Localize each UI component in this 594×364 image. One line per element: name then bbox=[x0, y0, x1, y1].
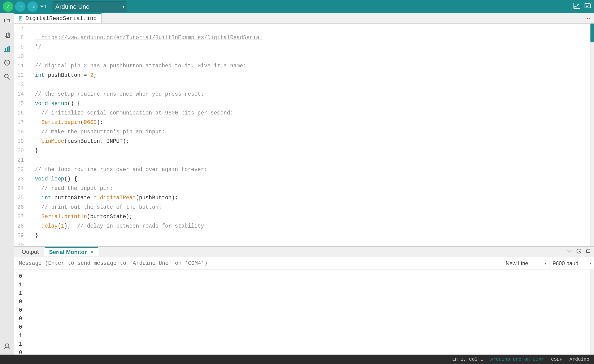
token-builtin: digitalRead bbox=[100, 193, 136, 203]
code-content[interactable]: https://www.arduino.cc/en/Tutorial/Built… bbox=[29, 24, 590, 246]
panel-clock-button[interactable] bbox=[576, 248, 582, 255]
serial-message-input[interactable] bbox=[14, 257, 502, 270]
token-plain: (pushButton); bbox=[136, 193, 178, 203]
line-number: 21 bbox=[14, 155, 26, 165]
tab-output[interactable]: Output bbox=[17, 248, 43, 256]
content-area: DigitalReadSerial.ino ··· 78910111213141… bbox=[14, 13, 594, 355]
code-line[interactable]: // print out the state of the button: bbox=[35, 203, 585, 212]
code-line[interactable]: https://www.arduino.cc/en/Tutorial/Built… bbox=[35, 33, 585, 42]
token-plain: (pushButton, INPUT); bbox=[64, 137, 129, 146]
token-plain bbox=[35, 118, 41, 127]
token-plain: ( bbox=[58, 221, 61, 231]
baud-select[interactable]: 300 baud1200 baud2400 baud4800 baud9600 … bbox=[549, 257, 594, 270]
token-comment: // print out the state of the button: bbox=[35, 203, 162, 212]
code-line[interactable]: void loop() { bbox=[35, 174, 585, 184]
code-line[interactable] bbox=[35, 52, 585, 61]
code-line[interactable]: } bbox=[35, 146, 585, 155]
code-line[interactable] bbox=[35, 155, 585, 165]
code-line[interactable] bbox=[35, 80, 585, 90]
serial-line: 0 bbox=[19, 323, 586, 331]
serial-line: 1 bbox=[19, 281, 586, 289]
debug-button[interactable]: ⇒ bbox=[27, 1, 38, 12]
plotter-button[interactable] bbox=[573, 2, 580, 11]
svg-point-18 bbox=[5, 344, 9, 347]
token-function: loop bbox=[51, 174, 64, 184]
file-tab-digitalreadserial[interactable]: DigitalReadSerial.ino bbox=[14, 13, 101, 23]
baud-select-wrap: 300 baud1200 baud2400 baud4800 baud9600 … bbox=[549, 257, 594, 270]
toolbar-right bbox=[573, 2, 591, 11]
editor-scrollbar[interactable] bbox=[590, 24, 594, 246]
line-number: 26 bbox=[14, 203, 26, 212]
status-bar: Ln 1, Col 1 Arduino Uno on COM4 CSDP Ard… bbox=[0, 355, 594, 364]
line-number: 10 bbox=[14, 52, 26, 61]
sidebar-item-block[interactable] bbox=[2, 58, 12, 67]
code-line[interactable]: delay(1); // delay in between reads for … bbox=[35, 221, 585, 231]
token-builtin: delay bbox=[41, 221, 58, 231]
token-plain: ); bbox=[97, 118, 103, 127]
serial-monitor-close[interactable]: ✕ bbox=[90, 250, 94, 255]
sidebar-item-files[interactable] bbox=[2, 30, 12, 39]
token-keyword: void bbox=[35, 99, 48, 108]
new-line-select[interactable]: No line endingNewlineCarriage returnNew … bbox=[502, 257, 549, 270]
code-line[interactable]: */ bbox=[35, 42, 585, 52]
code-line[interactable]: Serial.println(buttonState); bbox=[35, 212, 585, 221]
token-builtin: Serial.println bbox=[41, 212, 87, 221]
code-line[interactable] bbox=[35, 24, 585, 33]
bottom-tab-icons bbox=[567, 248, 591, 255]
code-editor[interactable]: 7891011121314151617181920212223242526272… bbox=[14, 24, 594, 246]
code-line[interactable]: // read the input pin: bbox=[35, 184, 585, 193]
panel-collapse-button[interactable] bbox=[567, 248, 572, 255]
code-line[interactable]: int pushButton = 2; bbox=[35, 71, 585, 80]
svg-rect-12 bbox=[8, 46, 10, 51]
sidebar-item-folder[interactable] bbox=[2, 16, 12, 25]
status-board: Arduino Uno on COM4 bbox=[490, 357, 544, 362]
line-number: 13 bbox=[14, 80, 26, 90]
code-line[interactable]: int buttonState = digitalRead(pushButton… bbox=[35, 193, 585, 203]
list-icon bbox=[586, 248, 591, 254]
tab-bar: DigitalReadSerial.ino ··· bbox=[14, 13, 594, 24]
code-line[interactable]: Serial.begin(9600); bbox=[35, 118, 585, 127]
clock-icon bbox=[576, 248, 582, 254]
token-link: https://www.arduino.cc/en/Tutorial/Built… bbox=[35, 33, 263, 42]
serial-content-row: 011000011000001 bbox=[14, 270, 594, 355]
board-selector[interactable]: Arduino Uno bbox=[52, 1, 127, 12]
line-number: 27 bbox=[14, 212, 26, 221]
token-comment: */ bbox=[35, 42, 41, 52]
panel-list-button[interactable] bbox=[586, 248, 591, 255]
code-line[interactable] bbox=[35, 240, 585, 246]
serial-monitor-icon bbox=[584, 2, 591, 9]
serial-input-row: No line endingNewlineCarriage returnNew … bbox=[14, 257, 594, 270]
sidebar-item-chart[interactable] bbox=[2, 44, 12, 53]
serial-scrollbar[interactable] bbox=[590, 270, 594, 355]
token-plain bbox=[48, 99, 51, 108]
line-number: 16 bbox=[14, 108, 26, 118]
upload-button[interactable]: → bbox=[15, 1, 26, 12]
sidebar-item-account[interactable] bbox=[3, 343, 11, 351]
status-right: Ln 1, Col 1 Arduino Uno on COM4 CSDP Ard… bbox=[452, 357, 589, 362]
token-plain bbox=[35, 193, 41, 203]
status-encoding: CSDP bbox=[551, 357, 562, 362]
line-number: 22 bbox=[14, 165, 26, 174]
line-number: 29 bbox=[14, 231, 26, 240]
file-tab-icon bbox=[19, 16, 24, 21]
code-line[interactable]: // make the pushbutton's pin an input: bbox=[35, 127, 585, 137]
svg-line-25 bbox=[579, 251, 580, 251]
code-line[interactable]: // digital pin 2 has a pushbutton attach… bbox=[35, 61, 585, 71]
code-line[interactable]: pinMode(pushButton, INPUT); bbox=[35, 137, 585, 146]
code-line[interactable]: void setup() { bbox=[35, 99, 585, 108]
tab-more-button[interactable]: ··· bbox=[581, 15, 594, 22]
token-function: setup bbox=[51, 99, 68, 108]
code-line[interactable]: // initialize serial communication at 96… bbox=[35, 108, 585, 118]
bottom-panel: Output Serial Monitor ✕ bbox=[14, 246, 594, 355]
tab-serial-monitor[interactable]: Serial Monitor ✕ bbox=[44, 247, 99, 256]
code-line[interactable]: // the setup routine runs once when you … bbox=[35, 90, 585, 99]
token-comment: // initialize serial communication at 96… bbox=[35, 108, 233, 118]
sidebar-item-search[interactable] bbox=[2, 72, 12, 81]
serial-monitor-button[interactable] bbox=[584, 2, 591, 11]
line-numbers: 7891011121314151617181920212223242526272… bbox=[14, 24, 29, 246]
code-line[interactable]: } bbox=[35, 231, 585, 240]
verify-button[interactable]: ✓ bbox=[3, 1, 13, 12]
code-line[interactable]: // the loop routine runs over and over a… bbox=[35, 165, 585, 174]
line-number: 20 bbox=[14, 146, 26, 155]
serial-line: 0 bbox=[19, 348, 586, 355]
